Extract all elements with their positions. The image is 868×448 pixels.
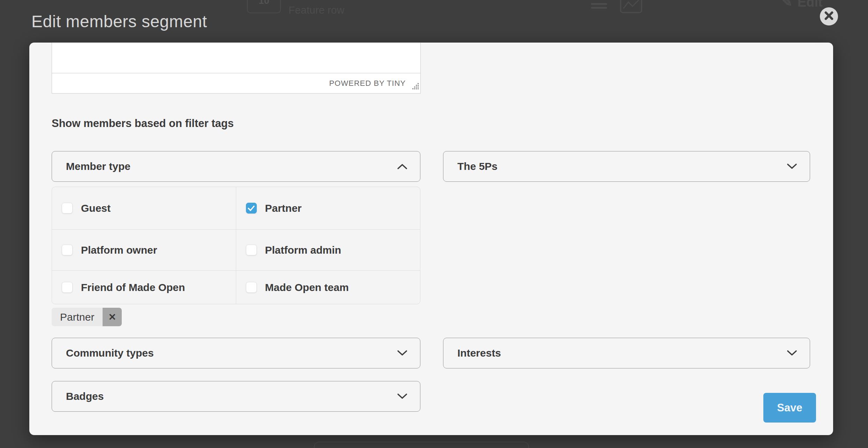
checkbox-checked[interactable] [246,203,257,214]
chevron-down-icon [397,350,407,356]
close-icon: ✕ [108,312,117,323]
option-label: Platform owner [81,244,157,256]
selected-tag-partner: Partner ✕ [52,308,122,326]
dropdown-label: Community types [66,347,154,359]
resize-grip-icon[interactable] [412,83,419,91]
checkbox-unchecked[interactable] [62,245,73,255]
dropdown-label: Interests [457,347,501,359]
dropdown-badges[interactable]: Badges [52,381,420,412]
background-card-outline [314,442,529,448]
chevron-down-icon [787,163,797,170]
option-guest[interactable]: Guest [52,187,236,230]
dropdown-community-types[interactable]: Community types [52,338,420,368]
dropdown-label: Badges [66,390,104,402]
checkbox-unchecked[interactable] [62,282,73,293]
checkbox-unchecked[interactable] [246,282,257,293]
save-button[interactable]: Save [763,393,816,423]
member-type-options-grid: Guest Partner Platform owner Platform ad… [52,187,420,304]
drag-handle-icon [591,3,607,11]
background-feature-count-badge: 10 [247,0,281,13]
option-label: Friend of Made Open [81,282,185,293]
option-friend-of-made-open[interactable]: Friend of Made Open [52,271,236,304]
dropdown-the-5ps[interactable]: The 5Ps [443,151,810,182]
remove-tag-button[interactable]: ✕ [103,308,122,326]
background-edit-button: ✎ Edit [781,0,823,10]
option-platform-owner[interactable]: Platform owner [52,230,236,271]
option-label: Partner [265,202,302,214]
option-label: Made Open team [265,282,349,293]
option-platform-admin[interactable]: Platform admin [236,230,420,271]
dropdown-interests[interactable]: Interests [443,338,810,368]
pencil-icon: ✎ [781,0,793,10]
close-button[interactable] [820,7,838,25]
option-partner[interactable]: Partner [236,187,420,230]
option-label: Platform admin [265,244,341,256]
option-label: Guest [81,202,111,214]
option-made-open-team[interactable]: Made Open team [236,271,420,304]
chevron-up-icon [397,163,407,170]
modal-title: Edit members segment [31,12,207,31]
editor-statusbar: POWERED BY TINY [52,73,420,93]
edit-members-segment-modal: POWERED BY TINY Show members based on fi… [29,43,833,435]
powered-by-tiny-label: POWERED BY TINY [329,79,406,88]
tag-label: Partner [52,308,103,326]
chart-icon [620,0,642,15]
checkbox-unchecked[interactable] [246,245,257,255]
rich-text-editor[interactable]: POWERED BY TINY [52,43,421,94]
dropdown-label: Member type [66,160,130,172]
dropdown-member-type[interactable]: Member type [52,151,420,182]
background-feature-row-label: Feature row [289,4,344,16]
checkbox-unchecked[interactable] [62,203,73,214]
chevron-down-icon [397,393,407,400]
dropdown-label: The 5Ps [457,160,497,172]
filter-tags-heading: Show members based on filter tags [52,117,234,130]
chevron-down-icon [787,350,797,356]
close-icon [824,11,833,22]
